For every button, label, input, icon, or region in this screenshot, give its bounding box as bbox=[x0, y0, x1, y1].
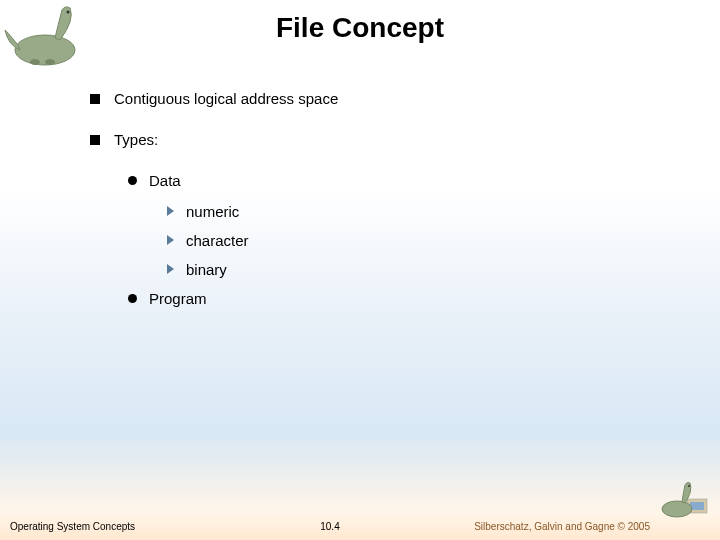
footer-page-number: 10.4 bbox=[223, 521, 436, 532]
bullet-text: binary bbox=[186, 261, 227, 278]
square-bullet-icon bbox=[90, 94, 100, 104]
slide-title: File Concept bbox=[0, 0, 720, 44]
bullet-text: Types: bbox=[114, 131, 158, 148]
bullet-text: Program bbox=[149, 290, 207, 307]
svg-point-7 bbox=[688, 485, 690, 487]
bullet-text: Data bbox=[149, 172, 181, 189]
bullet-level2: Data bbox=[128, 172, 680, 189]
arrow-bullet-icon bbox=[166, 263, 176, 275]
bullet-level3: numeric bbox=[166, 203, 680, 220]
circle-bullet-icon bbox=[128, 176, 137, 185]
dinosaur-small-icon bbox=[657, 477, 712, 522]
header-dinosaur-logo bbox=[0, 0, 90, 70]
bullet-level1: Contiguous logical address space bbox=[90, 90, 680, 107]
arrow-bullet-icon bbox=[166, 205, 176, 217]
bullet-level3: binary bbox=[166, 261, 680, 278]
bullet-level3: character bbox=[166, 232, 680, 249]
footer-dinosaur-logo bbox=[657, 477, 712, 522]
bullet-level2: Program bbox=[128, 290, 680, 307]
svg-point-3 bbox=[45, 59, 55, 65]
dinosaur-icon bbox=[0, 0, 90, 70]
svg-point-1 bbox=[67, 11, 70, 14]
square-bullet-icon bbox=[90, 135, 100, 145]
bullet-text: Contiguous logical address space bbox=[114, 90, 338, 107]
footer-copyright: Silberschatz, Galvin and Gagne © 2005 bbox=[437, 521, 710, 532]
arrow-bullet-icon bbox=[166, 234, 176, 246]
bullet-text: numeric bbox=[186, 203, 239, 220]
bullet-level1: Types: bbox=[90, 131, 680, 148]
slide-content: Contiguous logical address space Types: … bbox=[90, 90, 680, 321]
svg-point-6 bbox=[662, 501, 692, 517]
circle-bullet-icon bbox=[128, 294, 137, 303]
slide-footer: Operating System Concepts 10.4 Silbersch… bbox=[0, 521, 720, 532]
bullet-text: character bbox=[186, 232, 249, 249]
footer-left-text: Operating System Concepts bbox=[10, 521, 223, 532]
svg-point-0 bbox=[15, 35, 75, 65]
svg-point-2 bbox=[30, 59, 40, 65]
